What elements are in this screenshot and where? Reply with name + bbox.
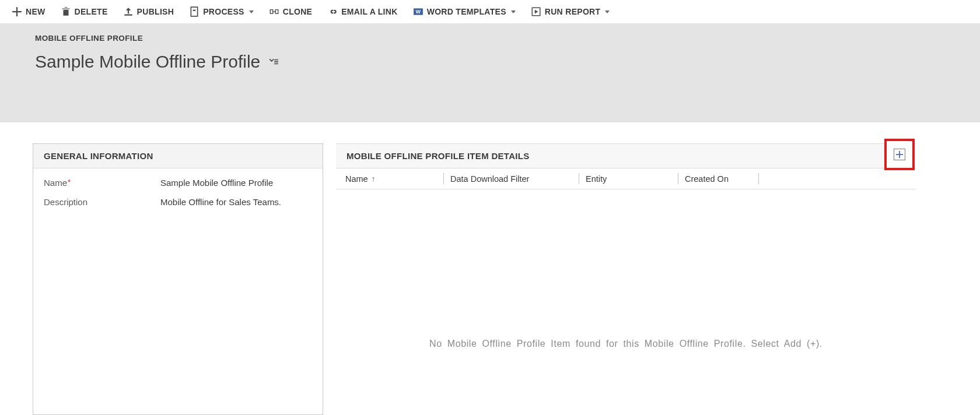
column-header-created-on[interactable]: Created On: [678, 168, 758, 189]
new-label: NEW: [26, 7, 46, 16]
command-bar: NEW DELETE PUBLISH PROCESS CLONE EMAIL A…: [0, 0, 980, 23]
svg-rect-1: [193, 10, 196, 11]
word-templates-button[interactable]: W WORD TEMPLATES: [413, 6, 516, 17]
svg-text:W: W: [415, 9, 421, 15]
publish-icon: [123, 6, 134, 17]
grid-empty-message: No Mobile Offline Profile Item found for…: [336, 339, 916, 349]
general-section-title: GENERAL INFORMATION: [33, 144, 323, 168]
clone-icon: [269, 6, 279, 17]
details-section-title: MOBILE OFFLINE PROFILE ITEM DETAILS: [336, 143, 916, 168]
profile-item-details-panel: MOBILE OFFLINE PROFILE ITEM DETAILS Name…: [336, 143, 916, 415]
link-icon: [327, 6, 338, 17]
column-header-filter[interactable]: Data Download Filter: [443, 168, 579, 189]
report-icon: [531, 6, 541, 17]
name-field-label: Name*: [44, 178, 160, 188]
description-field-value[interactable]: Mobile Offline for Sales Teams.: [160, 197, 281, 207]
grid-header: Name ↑ Data Download Filter Entity Creat…: [336, 168, 916, 189]
column-header-spacer: [758, 168, 916, 189]
clone-label: CLONE: [283, 7, 313, 16]
plus-icon: [894, 149, 905, 160]
new-button[interactable]: NEW: [12, 6, 46, 17]
record-menu-icon[interactable]: [268, 57, 279, 67]
record-header: MOBILE OFFLINE PROFILE Sample Mobile Off…: [0, 23, 980, 122]
process-button[interactable]: PROCESS: [189, 6, 254, 17]
add-profile-item-button[interactable]: [884, 139, 915, 170]
sort-ascending-icon: ↑: [372, 174, 376, 183]
publish-label: PUBLISH: [137, 7, 174, 16]
column-header-entity[interactable]: Entity: [579, 168, 678, 189]
process-icon: [189, 6, 200, 17]
publish-button[interactable]: PUBLISH: [123, 6, 174, 17]
description-field-label: Description: [44, 197, 160, 207]
trash-icon: [61, 6, 71, 17]
description-field-row: Description Mobile Offline for Sales Tea…: [33, 188, 323, 248]
process-label: PROCESS: [203, 7, 244, 16]
email-link-button[interactable]: EMAIL A LINK: [327, 6, 397, 17]
email-link-label: EMAIL A LINK: [341, 7, 397, 16]
run-report-button[interactable]: RUN REPORT: [531, 6, 610, 17]
entity-label: MOBILE OFFLINE PROFILE: [35, 34, 980, 43]
form-body: GENERAL INFORMATION Name* Sample Mobile …: [20, 122, 980, 415]
run-report-label: RUN REPORT: [545, 7, 601, 16]
delete-label: DELETE: [75, 7, 108, 16]
name-field-value[interactable]: Sample Mobile Offline Profile: [160, 178, 273, 188]
column-header-name[interactable]: Name ↑: [345, 168, 443, 189]
required-star-icon: *: [68, 178, 71, 187]
word-templates-label: WORD TEMPLATES: [427, 7, 506, 16]
chevron-down-icon: [249, 10, 254, 13]
word-icon: W: [413, 6, 424, 17]
svg-rect-0: [191, 7, 198, 16]
svg-rect-3: [275, 10, 278, 14]
general-information-panel: GENERAL INFORMATION Name* Sample Mobile …: [33, 143, 323, 415]
name-field-row: Name* Sample Mobile Offline Profile: [33, 168, 323, 188]
delete-button[interactable]: DELETE: [61, 6, 108, 17]
record-title: Sample Mobile Offline Profile: [35, 52, 260, 72]
chevron-down-icon: [511, 10, 516, 13]
clone-button[interactable]: CLONE: [269, 6, 313, 17]
plus-icon: [12, 6, 22, 17]
chevron-down-icon: [605, 10, 610, 13]
svg-rect-2: [270, 10, 273, 14]
